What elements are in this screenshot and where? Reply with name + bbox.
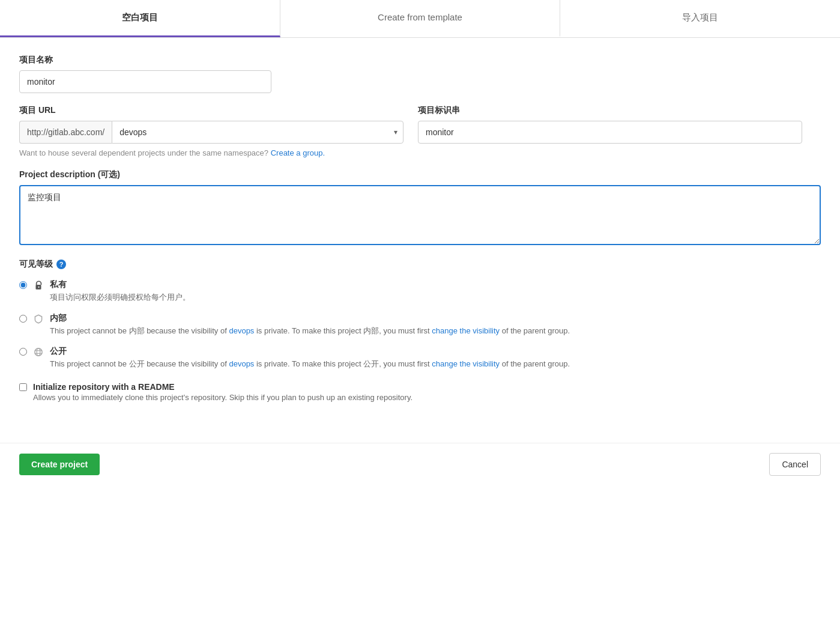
visibility-title: 可见等级 ? — [19, 259, 821, 270]
namespace-select[interactable]: devops — [112, 121, 403, 144]
svg-point-2 — [35, 348, 42, 356]
visibility-private-radio[interactable] — [19, 281, 27, 289]
description-textarea[interactable]: 监控项目 — [19, 185, 821, 245]
cancel-button[interactable]: Cancel — [769, 453, 821, 476]
tab-template[interactable]: Create from template — [280, 0, 561, 37]
project-name-input[interactable] — [19, 70, 271, 93]
project-name-group: 项目名称 — [19, 55, 821, 93]
visibility-group: 可见等级 ? 私有 项目访问权限必须明确授权给每个用户。 — [19, 259, 821, 370]
visibility-public-radio[interactable] — [19, 348, 27, 356]
visibility-public-content: 公开 This project cannot be 公开 because the… — [50, 346, 821, 370]
url-prefix: http://gitlab.abc.com/ — [19, 121, 112, 144]
tab-blank[interactable]: 空白项目 — [0, 0, 280, 37]
project-url-label: 项目 URL — [19, 105, 403, 116]
description-label: Project description (可选) — [19, 169, 821, 180]
visibility-private-content: 私有 项目访问权限必须明确授权给每个用户。 — [50, 279, 821, 303]
readme-content: Initialize repository with a README Allo… — [33, 382, 412, 402]
internal-devops-link[interactable]: devops — [229, 326, 254, 335]
url-col: 项目 URL http://gitlab.abc.com/ devops ▾ — [19, 105, 403, 144]
tab-bar: 空白项目 Create from template 导入项目 — [0, 0, 840, 38]
globe-icon — [33, 347, 44, 360]
visibility-internal-option: 内部 This project cannot be 内部 because the… — [19, 313, 821, 337]
url-slug-row: 项目 URL http://gitlab.abc.com/ devops ▾ 项… — [19, 105, 821, 144]
url-input-row: http://gitlab.abc.com/ devops ▾ — [19, 121, 403, 144]
namespace-hint: Want to house several dependent projects… — [19, 148, 821, 157]
slug-col: 项目标识串 — [418, 105, 802, 144]
svg-point-1 — [38, 287, 39, 288]
visibility-private-option: 私有 项目访问权限必须明确授权给每个用户。 — [19, 279, 821, 303]
form-content: 项目名称 项目 URL http://gitlab.abc.com/ devop… — [0, 38, 840, 443]
create-group-link[interactable]: Create a group. — [271, 148, 325, 157]
help-icon[interactable]: ? — [56, 260, 66, 269]
project-slug-label: 项目标识串 — [418, 105, 802, 116]
visibility-internal-radio[interactable] — [19, 315, 27, 323]
svg-point-3 — [37, 348, 40, 356]
visibility-internal-content: 内部 This project cannot be 内部 because the… — [50, 313, 821, 337]
project-slug-input[interactable] — [418, 121, 802, 144]
project-name-label: 项目名称 — [19, 55, 821, 65]
internal-change-visibility-link[interactable]: change the visibility — [432, 326, 500, 335]
description-group: Project description (可选) 监控项目 — [19, 169, 821, 247]
internal-desc: This project cannot be 内部 because the vi… — [50, 325, 821, 337]
lock-icon — [33, 280, 44, 293]
public-desc: This project cannot be 公开 because the vi… — [50, 358, 821, 370]
create-project-button[interactable]: Create project — [19, 454, 100, 475]
readme-row: Initialize repository with a README Allo… — [19, 382, 821, 402]
namespace-select-wrapper: devops ▾ — [112, 121, 403, 144]
footer-row: Create project Cancel — [0, 443, 840, 485]
public-change-visibility-link[interactable]: change the visibility — [432, 359, 500, 368]
tab-import[interactable]: 导入项目 — [560, 0, 840, 37]
shield-icon — [33, 314, 44, 327]
readme-checkbox[interactable] — [19, 383, 27, 391]
public-devops-link[interactable]: devops — [229, 359, 254, 368]
visibility-public-option: 公开 This project cannot be 公开 because the… — [19, 346, 821, 370]
